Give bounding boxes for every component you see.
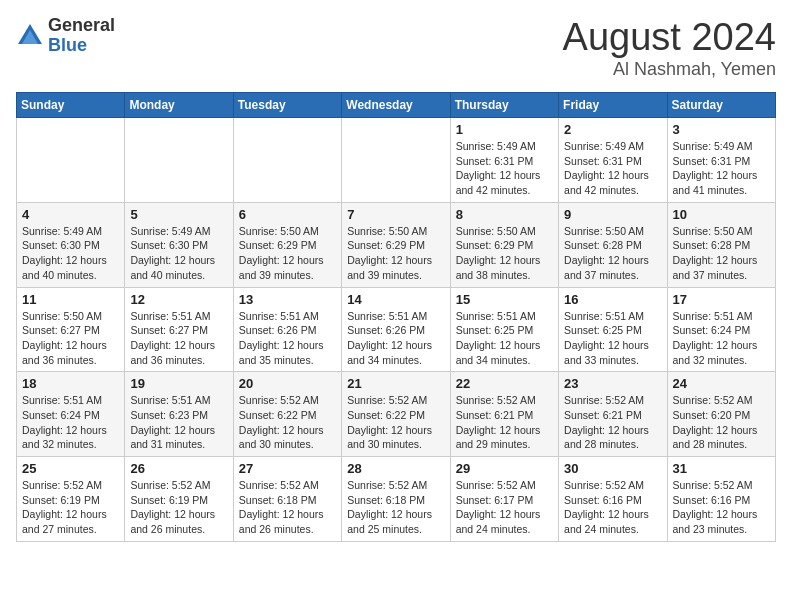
- cell-content: Sunrise: 5:51 AM Sunset: 6:26 PM Dayligh…: [347, 309, 444, 368]
- page-header: General Blue August 2024 Al Nashmah, Yem…: [16, 16, 776, 80]
- cell-content: Sunrise: 5:52 AM Sunset: 6:19 PM Dayligh…: [130, 478, 227, 537]
- day-number: 10: [673, 207, 770, 222]
- cell-content: Sunrise: 5:49 AM Sunset: 6:31 PM Dayligh…: [564, 139, 661, 198]
- calendar-cell: 12Sunrise: 5:51 AM Sunset: 6:27 PM Dayli…: [125, 287, 233, 372]
- day-header-thursday: Thursday: [450, 93, 558, 118]
- calendar-cell: 7Sunrise: 5:50 AM Sunset: 6:29 PM Daylig…: [342, 202, 450, 287]
- month-title: August 2024: [563, 16, 776, 59]
- calendar-cell: 3Sunrise: 5:49 AM Sunset: 6:31 PM Daylig…: [667, 118, 775, 203]
- calendar-cell: [342, 118, 450, 203]
- day-number: 16: [564, 292, 661, 307]
- day-number: 4: [22, 207, 119, 222]
- calendar-cell: 16Sunrise: 5:51 AM Sunset: 6:25 PM Dayli…: [559, 287, 667, 372]
- calendar-cell: 19Sunrise: 5:51 AM Sunset: 6:23 PM Dayli…: [125, 372, 233, 457]
- calendar-cell: 15Sunrise: 5:51 AM Sunset: 6:25 PM Dayli…: [450, 287, 558, 372]
- calendar-cell: [233, 118, 341, 203]
- cell-content: Sunrise: 5:51 AM Sunset: 6:24 PM Dayligh…: [22, 393, 119, 452]
- cell-content: Sunrise: 5:51 AM Sunset: 6:27 PM Dayligh…: [130, 309, 227, 368]
- day-number: 6: [239, 207, 336, 222]
- title-block: August 2024 Al Nashmah, Yemen: [563, 16, 776, 80]
- day-number: 3: [673, 122, 770, 137]
- calendar-body: 1Sunrise: 5:49 AM Sunset: 6:31 PM Daylig…: [17, 118, 776, 542]
- calendar-week-4: 18Sunrise: 5:51 AM Sunset: 6:24 PM Dayli…: [17, 372, 776, 457]
- day-number: 11: [22, 292, 119, 307]
- cell-content: Sunrise: 5:51 AM Sunset: 6:25 PM Dayligh…: [456, 309, 553, 368]
- day-number: 5: [130, 207, 227, 222]
- calendar-cell: 5Sunrise: 5:49 AM Sunset: 6:30 PM Daylig…: [125, 202, 233, 287]
- day-number: 20: [239, 376, 336, 391]
- calendar-cell: 28Sunrise: 5:52 AM Sunset: 6:18 PM Dayli…: [342, 457, 450, 542]
- calendar-cell: 26Sunrise: 5:52 AM Sunset: 6:19 PM Dayli…: [125, 457, 233, 542]
- cell-content: Sunrise: 5:50 AM Sunset: 6:29 PM Dayligh…: [347, 224, 444, 283]
- logo: General Blue: [16, 16, 115, 56]
- cell-content: Sunrise: 5:52 AM Sunset: 6:22 PM Dayligh…: [347, 393, 444, 452]
- day-number: 8: [456, 207, 553, 222]
- day-number: 13: [239, 292, 336, 307]
- cell-content: Sunrise: 5:49 AM Sunset: 6:30 PM Dayligh…: [22, 224, 119, 283]
- day-number: 24: [673, 376, 770, 391]
- calendar-cell: 11Sunrise: 5:50 AM Sunset: 6:27 PM Dayli…: [17, 287, 125, 372]
- logo-text: General Blue: [48, 16, 115, 56]
- day-number: 23: [564, 376, 661, 391]
- calendar-cell: 24Sunrise: 5:52 AM Sunset: 6:20 PM Dayli…: [667, 372, 775, 457]
- calendar-cell: 2Sunrise: 5:49 AM Sunset: 6:31 PM Daylig…: [559, 118, 667, 203]
- day-number: 29: [456, 461, 553, 476]
- logo-icon: [16, 22, 44, 50]
- cell-content: Sunrise: 5:50 AM Sunset: 6:28 PM Dayligh…: [564, 224, 661, 283]
- calendar-cell: 22Sunrise: 5:52 AM Sunset: 6:21 PM Dayli…: [450, 372, 558, 457]
- cell-content: Sunrise: 5:51 AM Sunset: 6:26 PM Dayligh…: [239, 309, 336, 368]
- calendar-cell: 14Sunrise: 5:51 AM Sunset: 6:26 PM Dayli…: [342, 287, 450, 372]
- day-header-tuesday: Tuesday: [233, 93, 341, 118]
- day-number: 19: [130, 376, 227, 391]
- cell-content: Sunrise: 5:49 AM Sunset: 6:31 PM Dayligh…: [456, 139, 553, 198]
- cell-content: Sunrise: 5:50 AM Sunset: 6:28 PM Dayligh…: [673, 224, 770, 283]
- day-header-wednesday: Wednesday: [342, 93, 450, 118]
- day-number: 26: [130, 461, 227, 476]
- day-number: 9: [564, 207, 661, 222]
- calendar-week-5: 25Sunrise: 5:52 AM Sunset: 6:19 PM Dayli…: [17, 457, 776, 542]
- calendar-cell: [125, 118, 233, 203]
- cell-content: Sunrise: 5:52 AM Sunset: 6:22 PM Dayligh…: [239, 393, 336, 452]
- cell-content: Sunrise: 5:50 AM Sunset: 6:29 PM Dayligh…: [456, 224, 553, 283]
- calendar-week-3: 11Sunrise: 5:50 AM Sunset: 6:27 PM Dayli…: [17, 287, 776, 372]
- day-number: 15: [456, 292, 553, 307]
- calendar-cell: 23Sunrise: 5:52 AM Sunset: 6:21 PM Dayli…: [559, 372, 667, 457]
- cell-content: Sunrise: 5:49 AM Sunset: 6:30 PM Dayligh…: [130, 224, 227, 283]
- calendar-cell: 4Sunrise: 5:49 AM Sunset: 6:30 PM Daylig…: [17, 202, 125, 287]
- cell-content: Sunrise: 5:52 AM Sunset: 6:21 PM Dayligh…: [456, 393, 553, 452]
- day-number: 31: [673, 461, 770, 476]
- cell-content: Sunrise: 5:50 AM Sunset: 6:29 PM Dayligh…: [239, 224, 336, 283]
- calendar-cell: 21Sunrise: 5:52 AM Sunset: 6:22 PM Dayli…: [342, 372, 450, 457]
- day-number: 18: [22, 376, 119, 391]
- cell-content: Sunrise: 5:52 AM Sunset: 6:18 PM Dayligh…: [347, 478, 444, 537]
- calendar-table: SundayMondayTuesdayWednesdayThursdayFrid…: [16, 92, 776, 542]
- logo-general-text: General: [48, 16, 115, 36]
- calendar-cell: 8Sunrise: 5:50 AM Sunset: 6:29 PM Daylig…: [450, 202, 558, 287]
- day-number: 22: [456, 376, 553, 391]
- calendar-cell: 20Sunrise: 5:52 AM Sunset: 6:22 PM Dayli…: [233, 372, 341, 457]
- calendar-cell: 9Sunrise: 5:50 AM Sunset: 6:28 PM Daylig…: [559, 202, 667, 287]
- calendar-header: SundayMondayTuesdayWednesdayThursdayFrid…: [17, 93, 776, 118]
- day-number: 27: [239, 461, 336, 476]
- location-title: Al Nashmah, Yemen: [563, 59, 776, 80]
- cell-content: Sunrise: 5:51 AM Sunset: 6:23 PM Dayligh…: [130, 393, 227, 452]
- day-number: 28: [347, 461, 444, 476]
- day-number: 12: [130, 292, 227, 307]
- day-header-sunday: Sunday: [17, 93, 125, 118]
- logo-blue-text: Blue: [48, 36, 115, 56]
- day-number: 14: [347, 292, 444, 307]
- calendar-cell: 27Sunrise: 5:52 AM Sunset: 6:18 PM Dayli…: [233, 457, 341, 542]
- cell-content: Sunrise: 5:52 AM Sunset: 6:19 PM Dayligh…: [22, 478, 119, 537]
- day-number: 1: [456, 122, 553, 137]
- cell-content: Sunrise: 5:52 AM Sunset: 6:17 PM Dayligh…: [456, 478, 553, 537]
- day-number: 7: [347, 207, 444, 222]
- day-header-saturday: Saturday: [667, 93, 775, 118]
- calendar-cell: [17, 118, 125, 203]
- day-number: 30: [564, 461, 661, 476]
- cell-content: Sunrise: 5:50 AM Sunset: 6:27 PM Dayligh…: [22, 309, 119, 368]
- calendar-week-1: 1Sunrise: 5:49 AM Sunset: 6:31 PM Daylig…: [17, 118, 776, 203]
- calendar-cell: 10Sunrise: 5:50 AM Sunset: 6:28 PM Dayli…: [667, 202, 775, 287]
- cell-content: Sunrise: 5:52 AM Sunset: 6:16 PM Dayligh…: [564, 478, 661, 537]
- calendar-cell: 18Sunrise: 5:51 AM Sunset: 6:24 PM Dayli…: [17, 372, 125, 457]
- calendar-cell: 6Sunrise: 5:50 AM Sunset: 6:29 PM Daylig…: [233, 202, 341, 287]
